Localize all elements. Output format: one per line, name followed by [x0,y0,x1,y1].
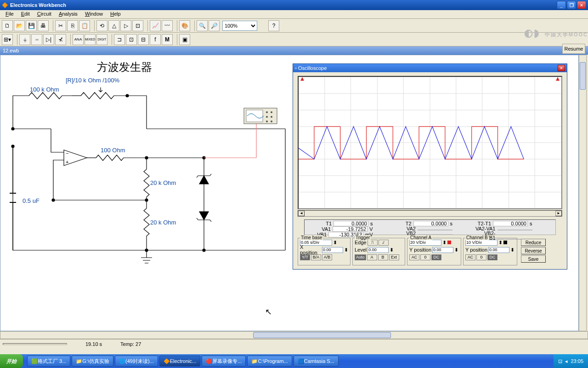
oscilloscope-window[interactable]: ▫ Oscilloscope × [293,63,567,270]
taskbar-item-4[interactable]: 🔴 屏幕录像专... [202,356,246,367]
doc-titlebar: 12.ewb [0,46,588,55]
mirror-h-button[interactable]: △ [108,20,119,31]
minimize-button[interactable]: _ [557,1,566,9]
diode-icon[interactable]: ▷| [43,34,54,45]
taskbar-item-5[interactable]: 📁 C:\Program... [247,356,292,367]
osc-mode-ab[interactable]: A/B [322,254,332,260]
menubar: File Edit Circuit Analysis Window Help [0,10,588,19]
osc-chb-scale[interactable] [465,240,498,246]
oscilloscope-instrument-icon [244,108,277,124]
osc-cha-ac[interactable]: AC [409,254,419,260]
app-title: Electronics Workbench [10,2,66,8]
schematic-diagram: − + [0,55,290,271]
zoom-select[interactable]: 100% [222,21,257,31]
close-button[interactable]: × [577,1,586,9]
oscilloscope-display[interactable] [298,76,562,209]
osc-cha-scale[interactable] [409,240,441,246]
misc-icon[interactable]: M [162,34,173,45]
controls-icon[interactable]: f [150,34,161,45]
start-button[interactable]: 开始 [0,354,23,368]
osc-chb-dc[interactable]: DC [487,254,498,260]
osc-edge-rise[interactable]: ⎍ [368,240,378,246]
horizontal-scrollbar[interactable] [0,331,588,339]
taskbar-item-0[interactable]: 🟩 格式工厂 3... [27,356,70,367]
copy-button[interactable]: ⎘ [67,20,78,31]
osc-mode-yt[interactable]: Y/T [300,254,310,260]
help-button[interactable]: ? [268,20,279,31]
menu-circuit[interactable]: Circuit [34,10,55,18]
new-button[interactable]: 🗋 [2,20,13,31]
mirror-v-button[interactable]: ▷ [120,20,131,31]
resume-button[interactable]: Resume [562,44,585,54]
osc-trig-a[interactable]: A [367,254,377,260]
osc-trig-b[interactable]: B [378,254,388,260]
mixed-ics-icon[interactable]: MIXED [85,34,96,45]
menu-file[interactable]: File [2,10,17,18]
graph-icon[interactable]: 📈 [150,20,161,31]
svg-point-8 [145,199,148,201]
rotate-button[interactable]: ⟲ [96,20,107,31]
taskbar-item-3[interactable]: 🔶 Electronic... [159,356,200,367]
tray-clock: 23:05 [571,358,583,364]
system-tray[interactable]: ⊡ ◂ 23:05 [554,354,588,368]
digital-ics-icon[interactable]: DIGIT [96,34,107,45]
osc-side-buttons: Reduce Reverse Save [519,238,547,265]
menu-window[interactable]: Window [81,10,107,18]
instruments-icon[interactable]: ▣ [179,34,190,45]
transistor-icon[interactable]: ⊀ [55,34,66,45]
osc-trig-auto[interactable]: Auto [355,254,366,260]
parts-bin-button[interactable]: ⊞▾ [2,34,13,45]
osc-channel-a-panel: Channel A ⬍ Y position⬍ AC 0 DC [407,238,461,265]
svg-point-18 [266,121,268,122]
svg-point-14 [266,111,268,113]
save-button[interactable]: 💾 [26,20,37,31]
menu-analysis[interactable]: Analysis [55,10,81,18]
maximize-button[interactable]: ❐ [567,1,576,9]
print-button[interactable]: 🖶 [38,20,49,31]
osc-close-button[interactable]: × [558,65,565,71]
circuit-canvas[interactable]: 方波发生器 [R]/10 k Ohm /100% 100 k Ohm 100 O… [0,55,579,331]
statusbar: 19.10 s Temp: 27 [0,339,588,348]
oscilloscope-titlebar[interactable]: ▫ Oscilloscope × [293,64,567,72]
menu-edit[interactable]: Edit [17,10,34,18]
zoom-out-button[interactable]: 🔍 [197,20,208,31]
digital-icon[interactable]: ⊡ [126,34,137,45]
component-props-button[interactable]: 🎨 [179,20,190,31]
open-button[interactable]: 📂 [14,20,25,31]
svg-point-17 [271,116,272,118]
zoom-in-button[interactable]: 🔎 [209,20,220,31]
osc-h-scrollbar[interactable]: ◄ ► [298,210,562,217]
vertical-scrollbar[interactable] [579,55,587,331]
taskbar-item-6[interactable]: 🟦 Camtasia S... [294,356,339,367]
osc-reverse-button[interactable]: Reverse [521,247,546,254]
bode-icon[interactable]: 〰 [162,20,173,31]
resistor-icon[interactable]: ⎓ [31,34,42,45]
taskbar-item-1[interactable]: 📁 G:\仿真实验 [72,356,113,367]
osc-save-button[interactable]: Save [521,255,546,263]
tray-icon[interactable]: ⊡ [558,358,562,364]
osc-cha-ypos[interactable] [432,247,453,253]
osc-cha-dc[interactable]: DC [431,254,441,260]
osc-cha-zero[interactable]: 0 [420,254,430,260]
menu-help[interactable]: Help [107,10,124,18]
osc-trig-ext[interactable]: Ext [389,254,399,260]
paste-button[interactable]: 📋 [79,20,90,31]
osc-mode-ba[interactable]: B/A [311,254,321,260]
subcircuit-button[interactable]: ⊡ [132,20,143,31]
osc-edge-fall[interactable]: ⎎ [379,240,389,246]
svg-text:−: − [66,150,68,156]
osc-chb-ac[interactable]: AC [465,254,475,260]
tray-icon[interactable]: ◂ [565,358,568,364]
osc-trig-level[interactable] [368,247,389,253]
osc-trigger-panel: Trigger Edge⎍⎎ Level⬍ Auto A B Ext [352,238,405,265]
osc-chb-ypos[interactable] [488,247,509,253]
taskbar-item-2[interactable]: 🌐 (49封未读)... [115,356,158,367]
indicators-icon[interactable]: ⊟ [138,34,149,45]
sources-icon[interactable]: ⏚ [19,34,30,45]
osc-chb-zero[interactable]: 0 [476,254,486,260]
cut-button[interactable]: ✂ [55,20,66,31]
osc-reduce-button[interactable]: Reduce [521,239,546,246]
analog-ics-icon[interactable]: ANA [73,34,84,45]
osc-xpos[interactable] [322,247,343,253]
logic-gates-icon[interactable]: ⊐ [114,34,125,45]
